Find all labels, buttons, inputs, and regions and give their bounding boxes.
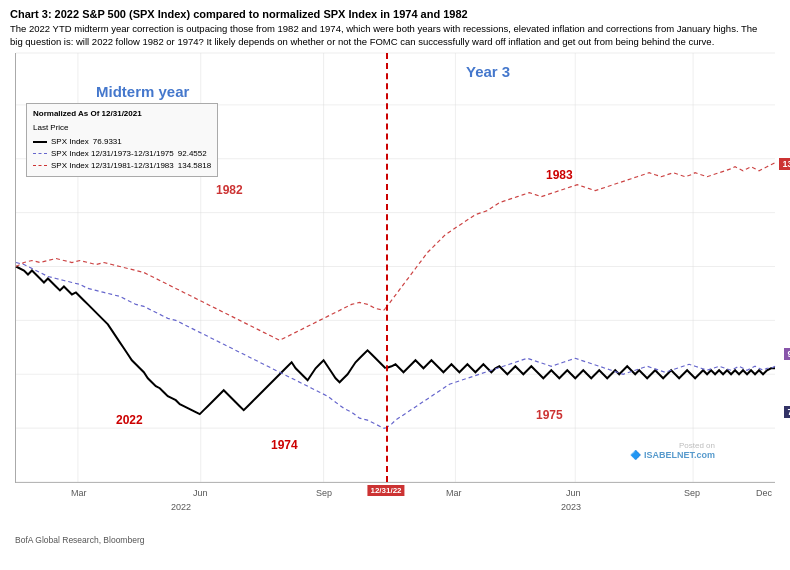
chart-title: Chart 3: 2022 S&P 500 (SPX Index) compar… [10,8,780,20]
dec-2022-vline [386,53,388,482]
watermark-brand: 🔷 ISABELNET.com [630,450,715,460]
legend-title: Normalized As Of 12/31/2021 [33,108,211,120]
date-marker-badge: 12/31/22 [367,485,404,496]
legend-icon-1974 [33,153,47,154]
watermark-text: Posted on [630,441,715,450]
label-1974: 1974 [271,438,298,452]
x-tick-dec-2023: Dec [756,488,772,498]
x-tick-mar-2022: Mar [71,488,87,498]
legend-value-1982: 134.5818 [178,160,211,172]
legend-row-1982: SPX Index 12/31/1981-12/31/1983 134.5818 [33,160,211,172]
chart-area: 12/31/22 Midterm year Year 3 2022 1982 1… [15,53,775,483]
main-container: Chart 3: 2022 S&P 500 (SPX Index) compar… [0,0,790,570]
legend-last-price: Last Price [33,122,211,134]
year-label-2023: 2023 [561,502,581,512]
label-1975: 1975 [536,408,563,422]
x-tick-sep-2022: Sep [316,488,332,498]
legend-value-spx: 76.9331 [93,136,122,148]
label-2022: 2022 [116,413,143,427]
legend-value-1974: 92.4552 [178,148,207,160]
year3-label: Year 3 [466,63,510,80]
legend-label-spx: SPX Index [51,136,89,148]
legend-label-1974: SPX Index 12/31/1973-12/31/1975 [51,148,174,160]
x-tick-jun-2022: Jun [193,488,208,498]
spx-2022-line-2023 [386,360,775,378]
label-1982: 1982 [216,183,243,197]
legend-icon-1982 [33,165,47,166]
legend-icon-spx [33,141,47,143]
legend-row-spx: SPX Index 76.9331 [33,136,211,148]
chart-description: The 2022 YTD midterm year correction is … [10,23,770,49]
year-label-2022: 2022 [171,502,191,512]
source-text: BofA Global Research, Bloomberg [15,535,790,545]
legend-box: Normalized As Of 12/31/2021 Last Price S… [26,103,218,177]
legend-label-1982: SPX Index 12/31/1981-12/31/1983 [51,160,174,172]
spx-1975-line [386,358,775,428]
x-tick-mar-2023: Mar [446,488,462,498]
midterm-year-label: Midterm year [96,83,189,100]
badge-134: 134.5818 [779,158,790,170]
watermark: Posted on 🔷 ISABELNET.com [630,441,715,460]
spx-1983-line [386,162,775,308]
badge-76: 76.9331 [784,406,790,418]
label-1983: 1983 [546,168,573,182]
badge-92: 92.4552 [784,348,790,360]
x-tick-jun-2023: Jun [566,488,581,498]
legend-row-1974: SPX Index 12/31/1973-12/31/1975 92.4552 [33,148,211,160]
x-tick-sep-2023: Sep [684,488,700,498]
